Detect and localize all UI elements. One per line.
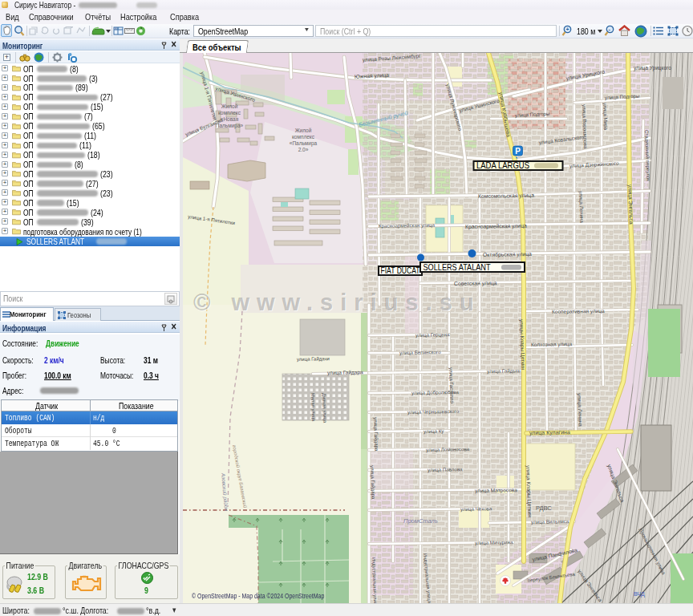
svg-text:Пальмира»: Пальмира» <box>216 123 244 129</box>
svg-text:улица Вильямса: улица Вильямса <box>531 518 569 525</box>
svg-text:SOLLERS ATALANT: SOLLERS ATALANT <box>424 262 492 272</box>
svg-text:«Пальмира: «Пальмира <box>290 140 318 147</box>
svg-text:ПромСталь: ПромСталь <box>403 517 438 525</box>
svg-text:FIAT DUCAT: FIAT DUCAT <box>381 265 420 275</box>
svg-text:«Новая: «Новая <box>221 116 239 122</box>
svg-text:улица Гайдыш: улица Гайдыш <box>487 367 521 374</box>
svg-text:РДВС: РДВС <box>536 505 552 512</box>
svg-text:BM: BM <box>115 27 119 30</box>
svg-text:комплекс: комплекс <box>218 110 241 116</box>
svg-text:LADA LARGUS: LADA LARGUS <box>476 160 529 170</box>
svg-text:улица Ку: улица Ку <box>424 428 444 434</box>
svg-text:улица Добролюбова: улица Добролюбова <box>411 389 459 395</box>
svg-text:улица Урицкого: улица Урицкого <box>634 65 671 71</box>
svg-text:Жилой: Жилой <box>221 103 238 109</box>
svg-text:ВЧД: ВЧД <box>634 591 645 598</box>
svg-text:Красноармейская улица: Красноармейская улица <box>379 222 436 229</box>
svg-text:улица Чехова: улица Чехова <box>460 505 492 512</box>
svg-text:комплекс: комплекс <box>292 134 315 140</box>
svg-text:улица Мира: улица Мира <box>602 103 609 131</box>
svg-text:Жилой: Жилой <box>295 128 312 133</box>
svg-text:2.0»: 2.0» <box>298 147 309 152</box>
svg-text:улица Ломоносова: улица Ломоносова <box>426 446 470 452</box>
svg-text:Милая улица: Милая улица <box>310 393 316 422</box>
svg-text:улица Гайдачи: улица Гайдачи <box>297 356 330 362</box>
svg-text:улица Герцена: улица Герцена <box>415 331 450 338</box>
svg-text:улица Мичурина: улица Мичурина <box>475 539 513 545</box>
svg-text:P: P <box>515 147 521 156</box>
svg-text:улица Ленина: улица Ленина <box>578 191 585 224</box>
svg-text:улица Павлова: улица Павлова <box>428 466 463 472</box>
svg-text:+: + <box>565 26 569 32</box>
svg-text:улица Чернышевского: улица Чернышевского <box>407 408 460 415</box>
svg-text:улица Белинского: улица Белинского <box>399 349 441 355</box>
